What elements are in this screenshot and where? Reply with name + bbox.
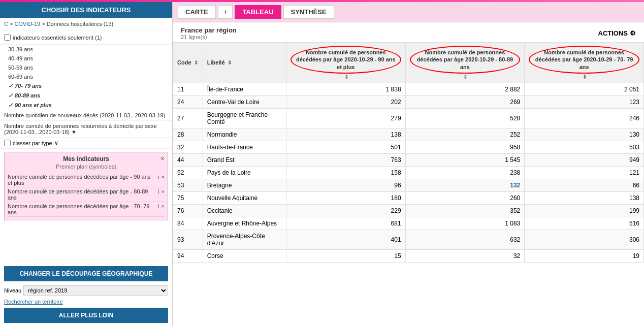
th-libelle[interactable]: Libellé ⇕ [203,43,286,83]
age-item-60[interactable]: 60-69 ans [0,72,172,81]
table-row: 24Centre-Val de Loire202269123 [173,95,644,108]
cell-code-3: 28 [173,128,203,141]
cell-col70-11: 306 [525,230,644,249]
niveau-select[interactable]: région ref. 2019 [23,285,168,296]
indicateur-remove-2[interactable]: × [162,203,165,209]
table-row: 11Île-de-France1 8382 8822 051 [173,83,644,95]
cell-col80-2: 528 [405,108,525,128]
sort-code-icon: ⇕ [194,60,198,66]
th-col90[interactable]: Nombre cumulé de personnes décédées par … [286,43,405,83]
age-item-30[interactable]: 30-39 ans [0,45,172,54]
indicateur-info-1[interactable]: i [158,188,159,194]
cell-col90-4: 501 [286,141,405,153]
sidebar: CHOISIR DES INDICATEURS C > COVID-19 > D… [0,2,173,326]
cell-col70-4: 503 [525,141,644,153]
cell-libelle-8: Nouvelle Aquitaine [203,191,286,204]
tab-tableau[interactable]: TABLEAU [235,5,281,19]
btn-aller-plus-loin[interactable]: ALLER PLUS LOIN [4,308,168,323]
cell-col80-12: 32 [405,249,525,262]
cell-col80-1: 269 [405,95,525,108]
th-col80[interactable]: Nombre cumulé de personnes décédées par … [405,43,525,83]
cell-col80-8: 260 [405,191,525,204]
table-row: 93Provence-Alpes-Côte d'Azur401632306 [173,230,644,249]
table-body: 11Île-de-France1 8382 8822 05124Centre-V… [173,83,644,262]
cell-col70-1: 123 [525,95,644,108]
indicateur-text-0: Nombre cumulé de personnes décédées par … [8,174,156,186]
table-title: France par région [181,26,237,34]
cell-code-2: 27 [173,108,203,128]
cell-libelle-5: Grand Est [203,153,286,166]
classify-row: classer par type ∨ [0,138,172,149]
cell-col90-11: 401 [286,230,405,249]
classify-chevron[interactable]: ∨ [54,140,58,146]
th-code[interactable]: Code ⇕ [173,43,203,83]
cell-col80-5: 1 545 [405,153,525,166]
indicateur-actions-1: i × [158,188,165,194]
indicateur-info-2[interactable]: i [158,203,159,209]
sort-col90-icon: ⇕ [344,74,348,80]
classify-checkbox[interactable] [4,140,11,146]
essential-checkbox[interactable] [4,34,11,41]
th-col70[interactable]: Nombre cumulé de personnes décédées par … [525,43,644,83]
age-item-90[interactable]: ✓90 ans et plus [0,101,172,110]
sidebar-bottom: CHANGER LE DÉCOUPAGE GÉOGRAPHIQUE Niveau… [0,263,172,326]
mes-indicateurs-box: Mes indicateurs Premier plan (symboles) … [4,152,168,220]
table-area: France par région 21 ligne(s) ACTIONS ⚙ … [173,22,644,326]
table-row: 32Hauts-de-France501958503 [173,141,644,153]
cell-code-7: 53 [173,179,203,191]
indicateur-remove-0[interactable]: × [162,174,165,180]
cell-col90-7: 96 [286,179,405,191]
table-row: 53Bretagne9613266 [173,179,644,191]
text-item-domicile[interactable]: Nombre cumulé de personnes retournées à … [0,121,172,138]
cell-code-10: 84 [173,217,203,230]
mes-indicateurs-subtitle: Premier plan (symboles) [8,164,165,170]
cell-col70-5: 949 [525,153,644,166]
cell-code-11: 93 [173,230,203,249]
essential-filter-section: indicateurs essentiels seulement (1) [0,30,172,45]
indicateur-remove-1[interactable]: × [162,188,165,194]
data-table: Code ⇕ Libellé ⇕ Nombre cumulé de person… [173,42,644,263]
tab-bar: CARTE + TABLEAU SYNTHÈSE [173,2,644,22]
age-item-70[interactable]: ✓70- 79 ans [0,81,172,91]
breadcrumb-covid[interactable]: COVID-19 [15,21,41,27]
sort-col80-icon: ⇕ [463,74,467,80]
indicateur-info-0[interactable]: i [158,174,159,180]
essential-checkbox-label[interactable]: indicateurs essentiels seulement (1) [4,32,168,42]
cell-col70-3: 130 [525,128,644,141]
tab-synthese[interactable]: SYNTHÈSE [283,5,334,19]
table-title-block: France par région 21 ligne(s) [181,26,237,40]
actions-button[interactable]: ACTIONS ⚙ [598,29,636,37]
tab-carte[interactable]: CARTE [178,5,216,19]
cell-col90-6: 158 [286,166,405,179]
cell-col80-3: 252 [405,128,525,141]
niveau-row: Niveau région ref. 2019 [0,283,172,298]
cell-code-5: 44 [173,153,203,166]
indicateur-row-2: Nombre cumulé de personnes décédées par … [8,202,165,217]
mes-indicateurs-title: Mes indicateurs [8,155,165,162]
cell-col70-9: 199 [525,204,644,217]
cell-libelle-10: Auvergne et Rhône-Alpes [203,217,286,230]
text-item-deces[interactable]: Nombre quotidien de nouveaux décès (2020… [0,110,172,121]
cell-libelle-9: Occitanie [203,204,286,217]
cell-libelle-0: Île-de-France [203,83,286,95]
sidebar-header: CHOISIR DES INDICATEURS [0,2,172,18]
cell-col80-11: 632 [405,230,525,249]
cell-col80-6: 238 [405,166,525,179]
mes-indicateurs-close-btn[interactable]: × [160,154,165,162]
rechercher-territoire-link[interactable]: Rechercher un territoire [0,298,172,306]
sort-col70-icon: ⇕ [583,74,587,80]
age-item-50[interactable]: 50-59 ans [0,63,172,72]
table-row: 44Grand Est7631 545949 [173,153,644,166]
age-item-40[interactable]: 40-49 ans [0,54,172,63]
tab-plus[interactable]: + [218,5,233,19]
classify-label: classer par type [13,140,52,146]
cell-libelle-3: Normandie [203,128,286,141]
cell-col70-2: 246 [525,108,644,128]
cell-col90-10: 681 [286,217,405,230]
age-item-80[interactable]: ✓80-89 ans [0,91,172,101]
cell-col80-10: 1 083 [405,217,525,230]
breadcrumb-c[interactable]: C [4,21,8,27]
indicateur-text-2: Nombre cumulé de personnes décédées par … [8,203,156,215]
btn-geo-change[interactable]: CHANGER LE DÉCOUPAGE GÉOGRAPHIQUE [4,266,168,281]
cell-col80-0: 2 882 [405,83,525,95]
